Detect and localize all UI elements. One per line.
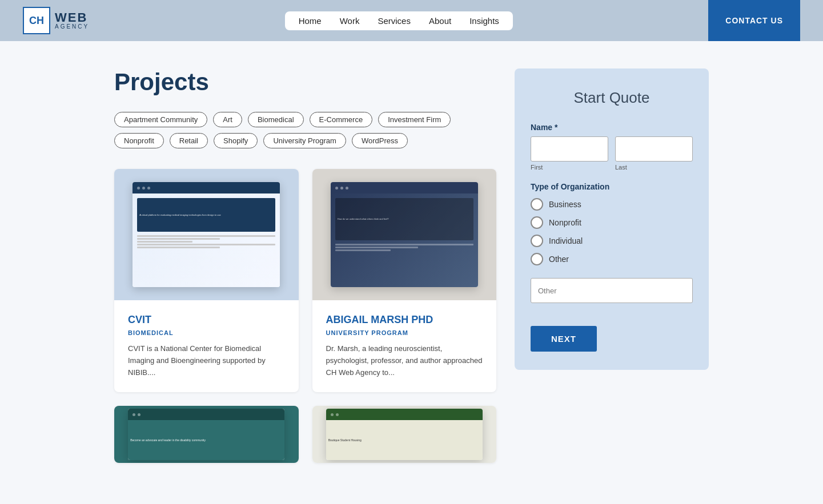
project-thumb-4: Boutique Student Housing [312, 406, 497, 463]
tag-apartment-community[interactable]: Apartment Community [114, 112, 207, 127]
logo-box: CH [23, 7, 50, 34]
radio-circle-business [531, 198, 543, 211]
mock-screen-abigail: How do we understand what others think a… [331, 182, 478, 287]
project-card-3[interactable]: Become an advocate and leader in the dis… [114, 406, 299, 463]
radio-label-individual: Individual [549, 236, 583, 245]
main-nav: Home Work Services About Insights [285, 11, 513, 30]
quote-box: Start Quote Name * First Last Type [515, 68, 709, 370]
name-fields: First Last [531, 136, 693, 171]
project-card-cvit[interactable]: A virtual platform for evaluating medica… [114, 169, 299, 392]
logo-text: WEB AGENCY [55, 11, 89, 30]
project-info-abigail: ABIGAIL MARSH PHD UNIVERSITY PROGRAM Dr.… [312, 300, 497, 392]
project-desc-cvit: CVIT is a National Center for Biomedical… [128, 343, 285, 378]
logo-agency: AGENCY [55, 24, 89, 30]
radio-individual[interactable]: Individual [531, 235, 693, 247]
nav-work[interactable]: Work [340, 16, 360, 26]
first-label: First [531, 164, 608, 171]
logo-web: WEB [55, 11, 89, 24]
next-button[interactable]: NEXT [531, 326, 597, 352]
mock-screen-3: Become an advocate and leader in the dis… [128, 409, 284, 460]
contact-us-button[interactable]: CONTACT US [708, 0, 800, 41]
mock-hero-text-4: Boutique Student Housing [328, 438, 362, 442]
org-type-group: Type of Organization Business Nonprofit … [531, 182, 693, 303]
main-content: Projects Apartment Community Art Biomedi… [0, 41, 823, 490]
last-label: Last [615, 164, 693, 171]
tag-retail[interactable]: Retail [170, 133, 208, 148]
radio-nonprofit[interactable]: Nonprofit [531, 216, 693, 229]
other-input[interactable] [531, 278, 693, 303]
mock-screen-cvit: A virtual platform for evaluating medica… [133, 182, 280, 287]
radio-circle-other [531, 253, 543, 265]
project-title-abigail: ABIGAIL MARSH PHD [326, 314, 483, 326]
project-card-abigail[interactable]: How do we understand what others think a… [312, 169, 497, 392]
project-thumb-3: Become an advocate and leader in the dis… [114, 406, 299, 463]
filter-tags: Apartment Community Art Biomedical E-Com… [114, 112, 496, 148]
tag-investment-firm[interactable]: Investment Firm [378, 112, 451, 127]
first-name-wrap: First [531, 136, 608, 171]
project-category-abigail: UNIVERSITY PROGRAM [326, 329, 483, 336]
sidebar: Start Quote Name * First Last Type [515, 68, 709, 463]
tag-biomedical[interactable]: Biomedical [248, 112, 304, 127]
nav-about[interactable]: About [429, 16, 451, 26]
tag-nonprofit[interactable]: Nonprofit [114, 133, 164, 148]
header: CH WEB AGENCY Home Work Services About I… [0, 0, 823, 41]
project-title-cvit: CVIT [128, 314, 285, 326]
project-desc-abigail: Dr. Marsh, a leading neuroscientist, psy… [326, 343, 483, 378]
logo-letters: CH [29, 15, 44, 27]
page-title: Projects [114, 68, 496, 96]
tag-university-program[interactable]: University Program [263, 133, 346, 148]
tag-shopify[interactable]: Shopify [214, 133, 258, 148]
project-category-cvit: BIOMEDICAL [128, 329, 285, 336]
tag-art[interactable]: Art [213, 112, 242, 127]
nav-services[interactable]: Services [378, 16, 411, 26]
radio-label-business: Business [549, 200, 581, 209]
quote-title: Start Quote [531, 89, 693, 107]
first-name-input[interactable] [531, 136, 608, 162]
radio-circle-nonprofit [531, 216, 543, 229]
tag-ecommerce[interactable]: E-Commerce [310, 112, 373, 127]
nav-home[interactable]: Home [299, 16, 322, 26]
project-thumb-abigail: How do we understand what others think a… [312, 169, 497, 300]
radio-circle-individual [531, 235, 543, 247]
radio-business[interactable]: Business [531, 198, 693, 211]
logo[interactable]: CH WEB AGENCY [23, 7, 89, 34]
radio-other[interactable]: Other [531, 253, 693, 265]
name-label: Name * [531, 123, 693, 132]
tag-wordpress[interactable]: WordPress [352, 133, 408, 148]
radio-label-other: Other [549, 255, 569, 264]
nav-insights[interactable]: Insights [469, 16, 499, 26]
org-type-label: Type of Organization [531, 182, 693, 191]
last-name-input[interactable] [615, 136, 693, 162]
project-card-4[interactable]: Boutique Student Housing [312, 406, 497, 463]
radio-label-nonprofit: Nonprofit [549, 218, 581, 227]
project-thumb-cvit: A virtual platform for evaluating medica… [114, 169, 299, 300]
name-group: Name * First Last [531, 123, 693, 171]
mock-hero-text-cvit: A virtual platform for evaluating medica… [139, 213, 221, 217]
mock-screen-4: Boutique Student Housing [326, 409, 483, 460]
content-area: Projects Apartment Community Art Biomedi… [114, 68, 496, 463]
last-name-wrap: Last [615, 136, 693, 171]
projects-grid: A virtual platform for evaluating medica… [114, 169, 496, 463]
mock-hero-text-abigail: How do we understand what others think a… [338, 217, 389, 221]
mock-hero-text-3: Become an advocate and leader in the dis… [130, 438, 206, 442]
project-info-cvit: CVIT BIOMEDICAL CVIT is a National Cente… [114, 300, 299, 392]
